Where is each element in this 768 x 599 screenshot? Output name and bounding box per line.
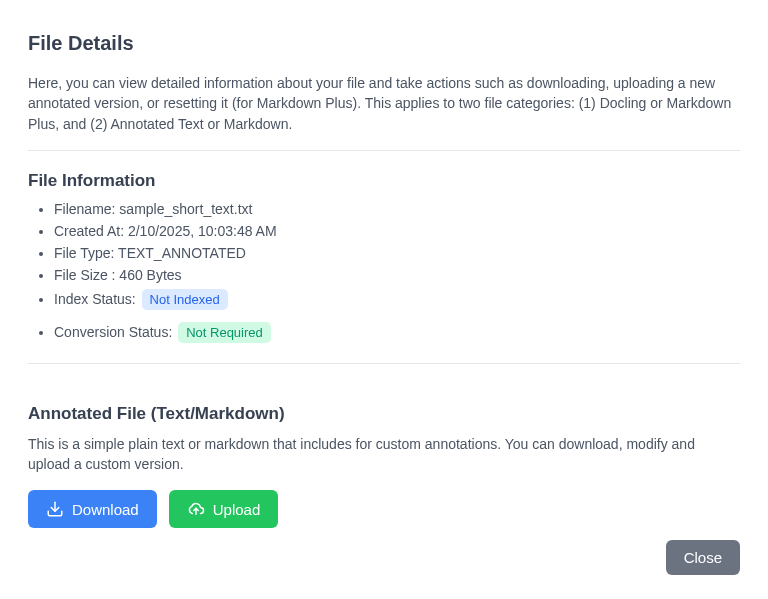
divider <box>28 363 740 364</box>
annotated-file-title: Annotated File (Text/Markdown) <box>28 404 740 424</box>
index-status-badge: Not Indexed <box>142 289 228 310</box>
file-type-label: File Type: <box>54 245 118 261</box>
file-type-value: TEXT_ANNOTATED <box>118 245 246 261</box>
close-button[interactable]: Close <box>666 540 740 575</box>
file-size-value: 460 Bytes <box>119 267 181 283</box>
file-information-title: File Information <box>28 171 740 191</box>
annotated-file-description: This is a simple plain text or markdown … <box>28 434 740 475</box>
list-item: File Type: TEXT_ANNOTATED <box>54 245 740 261</box>
cloud-upload-icon <box>187 500 205 518</box>
button-row: Download Upload <box>28 490 740 528</box>
file-size-label: File Size : <box>54 267 119 283</box>
list-item: File Size : 460 Bytes <box>54 267 740 283</box>
file-details-modal: File Details Here, you can view detailed… <box>0 0 768 599</box>
upload-button[interactable]: Upload <box>169 490 279 528</box>
conversion-status-badge: Not Required <box>178 322 271 343</box>
annotated-file-section: Annotated File (Text/Markdown) This is a… <box>28 404 740 529</box>
modal-description: Here, you can view detailed information … <box>28 73 740 134</box>
created-at-value: 2/10/2025, 10:03:48 AM <box>128 223 277 239</box>
download-button-label: Download <box>72 501 139 518</box>
file-info-list: Filename: sample_short_text.txt Created … <box>28 201 740 343</box>
conversion-status-label: Conversion Status: <box>54 324 176 340</box>
filename-label: Filename: <box>54 201 119 217</box>
file-information-section: File Information Filename: sample_short_… <box>28 171 740 343</box>
list-item: Created At: 2/10/2025, 10:03:48 AM <box>54 223 740 239</box>
modal-footer: Close <box>666 540 740 575</box>
index-status-label: Index Status: <box>54 291 140 307</box>
filename-value: sample_short_text.txt <box>119 201 252 217</box>
upload-button-label: Upload <box>213 501 261 518</box>
list-item: Index Status: Not Indexed <box>54 289 740 310</box>
created-at-label: Created At: <box>54 223 128 239</box>
download-icon <box>46 500 64 518</box>
modal-title: File Details <box>28 32 740 55</box>
list-item: Filename: sample_short_text.txt <box>54 201 740 217</box>
download-button[interactable]: Download <box>28 490 157 528</box>
divider <box>28 150 740 151</box>
list-item: Conversion Status: Not Required <box>54 322 740 343</box>
